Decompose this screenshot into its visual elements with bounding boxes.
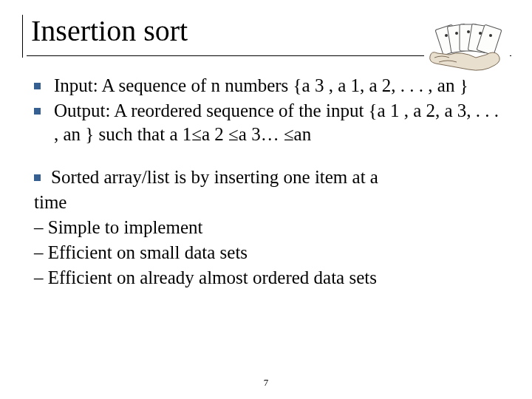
svg-point-7 [455,32,458,35]
paragraph-line: – Simple to implement [34,216,504,239]
paragraph-line: – Efficient on small data sets [34,241,504,265]
cards-in-hand-illustration [424,21,510,80]
svg-point-9 [479,32,482,35]
top-bullet-list: Input: A sequence of n numbers {a 3 , a … [34,74,504,146]
bullet-item: Output: A reordered sequence of the inpu… [34,99,504,146]
square-bullet-icon [34,174,41,181]
paragraph-line: time [34,191,504,214]
paragraph-line: Sorted array/list is by inserting one it… [34,166,504,189]
svg-point-10 [489,34,492,37]
slide: Insertion sort [0,0,532,399]
square-bullet-icon [34,83,41,89]
svg-point-6 [445,34,448,37]
page-number: 7 [0,377,532,389]
paragraph-line: – Efficient on already almost ordered da… [34,266,504,290]
title-vertical-rule [22,15,23,58]
slide-body: Input: A sequence of n numbers {a 3 , a … [27,74,511,290]
bullet-text: Output: A reordered sequence of the inpu… [54,99,504,146]
square-bullet-icon [34,108,41,115]
paragraph-block: Sorted array/list is by inserting one it… [34,166,504,290]
paragraph-first-fragment: Sorted array/list is by inserting one it… [51,167,378,187]
svg-point-8 [467,30,470,33]
